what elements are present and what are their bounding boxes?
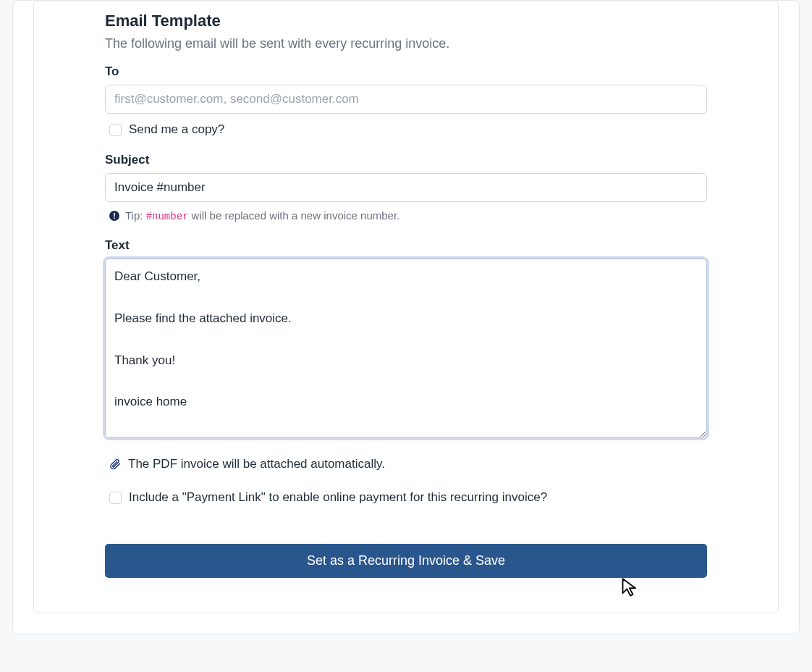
payment-link-row: Include a "Payment Link" to enable onlin…	[105, 490, 707, 505]
subject-tip: ! Tip: #number will be replaced with a n…	[105, 209, 707, 222]
send-copy-label[interactable]: Send me a copy?	[129, 122, 224, 137]
to-field-block: To Send me a copy?	[105, 64, 707, 137]
to-input[interactable]	[105, 85, 707, 114]
attachment-text: The PDF invoice will be attached automat…	[128, 457, 385, 471]
to-label: To	[105, 64, 707, 79]
attachment-note: The PDF invoice will be attached automat…	[105, 457, 707, 471]
payment-link-checkbox[interactable]	[109, 492, 122, 504]
paperclip-icon	[109, 458, 121, 470]
text-label: Text	[105, 238, 707, 253]
info-icon: !	[109, 211, 119, 221]
payment-link-label[interactable]: Include a "Payment Link" to enable onlin…	[129, 490, 547, 505]
section-subtitle: The following email will be sent with ev…	[105, 36, 707, 51]
tip-code: #number	[146, 211, 189, 222]
save-button[interactable]: Set as a Recurring Invoice & Save	[105, 544, 707, 578]
subject-input[interactable]	[105, 173, 707, 202]
subject-label: Subject	[105, 153, 707, 167]
tip-text: Tip: #number will be replaced with a new…	[125, 209, 399, 222]
send-copy-checkbox[interactable]	[109, 124, 122, 136]
text-field-block: Text	[105, 238, 707, 441]
outer-panel: Email Template The following email will …	[12, 0, 800, 634]
section-title: Email Template	[105, 12, 707, 30]
send-copy-row: Send me a copy?	[105, 122, 707, 137]
subject-field-block: Subject ! Tip: #number will be replaced …	[105, 153, 707, 222]
text-textarea[interactable]	[105, 259, 707, 438]
email-template-panel: Email Template The following email will …	[33, 1, 779, 613]
